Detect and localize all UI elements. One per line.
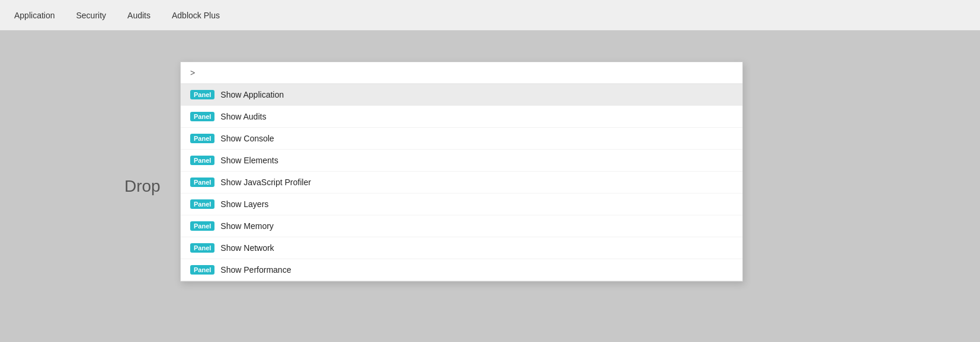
tab-security[interactable]: Security [67, 7, 116, 24]
main-area: Drop > PanelShow ApplicationPanelShow Au… [0, 31, 980, 342]
item-label: Show Elements [220, 156, 278, 165]
panel-badge: Panel [190, 156, 214, 165]
dropdown-list: PanelShow ApplicationPanelShow AuditsPan… [181, 84, 742, 281]
tab-application[interactable]: Application [5, 7, 65, 24]
dropdown-item[interactable]: PanelShow Application [181, 84, 742, 106]
drop-label: Drop [124, 177, 161, 196]
item-label: Show Memory [220, 221, 273, 231]
dropdown-item[interactable]: PanelShow JavaScript Profiler [181, 172, 742, 193]
top-bar: Application Security Audits Adblock Plus [0, 0, 980, 31]
tab-audits[interactable]: Audits [118, 7, 160, 24]
panel-badge: Panel [190, 221, 214, 231]
dropdown-item[interactable]: PanelShow Audits [181, 106, 742, 128]
item-label: Show Console [220, 134, 274, 143]
dropdown-panel: > PanelShow ApplicationPanelShow AuditsP… [180, 62, 743, 282]
dropdown-item[interactable]: PanelShow Elements [181, 150, 742, 172]
tab-adblock-plus[interactable]: Adblock Plus [162, 7, 229, 24]
panel-badge: Panel [190, 112, 214, 121]
panel-badge: Panel [190, 199, 214, 209]
dropdown-item[interactable]: PanelShow Memory [181, 215, 742, 237]
panel-badge: Panel [190, 265, 214, 275]
dropdown-item[interactable]: PanelShow Network [181, 237, 742, 259]
panel-badge: Panel [190, 90, 214, 99]
item-label: Show JavaScript Profiler [220, 178, 311, 187]
item-label: Show Layers [220, 199, 268, 209]
dropdown-search-row: > [181, 62, 742, 84]
dropdown-item[interactable]: PanelShow Performance [181, 259, 742, 281]
panel-badge: Panel [190, 243, 214, 253]
dropdown-item[interactable]: PanelShow Console [181, 128, 742, 150]
item-label: Show Network [220, 243, 274, 253]
panel-badge: Panel [190, 134, 214, 143]
search-prompt: > [190, 68, 195, 78]
panel-badge: Panel [190, 178, 214, 187]
dropdown-item[interactable]: PanelShow Layers [181, 193, 742, 215]
item-label: Show Application [220, 90, 284, 99]
item-label: Show Audits [220, 112, 266, 121]
item-label: Show Performance [220, 265, 291, 275]
